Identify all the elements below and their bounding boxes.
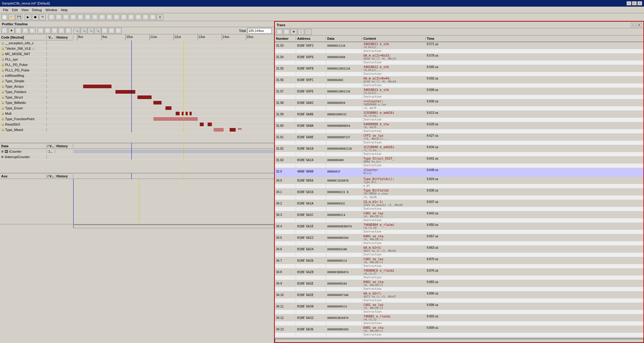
toolbar-b12[interactable]: ⬜ — [128, 14, 134, 20]
toolbar-b5[interactable]: ⬜ — [77, 14, 84, 20]
td-content: Type_Bitfields(); Type_Bit... — [362, 177, 426, 184]
prof-tb-b3[interactable]: ⬜ — [15, 28, 22, 34]
data-section-hist: History — [55, 144, 73, 148]
td-data: 00000011134 — [326, 42, 362, 49]
td-content: UA.m_a[2]=0x33; 4830 se_li r0, #0x33 — [362, 54, 426, 61]
td-address: 0100`6A22 — [296, 234, 326, 241]
prof-tb-b11[interactable]: ⬜ — [101, 28, 108, 34]
trace-row: 31.57 0100`69FE 00000013001134 34010013 … — [275, 88, 643, 99]
td-address: 0100`6A16 — [296, 189, 326, 195]
trace-tb-filter[interactable]: ▼ — [291, 29, 297, 35]
toolbar-run[interactable]: ▶ — [25, 14, 31, 20]
toolbar-b2[interactable]: ⬜ — [55, 14, 62, 20]
prof-tb-b8[interactable]: ⬜ — [51, 28, 58, 34]
td-time: 9.883 us — [426, 280, 643, 287]
toolbar-b7[interactable]: ⬜ — [92, 14, 98, 20]
td-address: 0100`6A2E — [296, 280, 326, 287]
menu-edit[interactable]: Edit — [10, 8, 20, 12]
trace-row: 34.9 0100`6A2E 000000000104 D401 se_stw … — [275, 280, 643, 292]
menu-debug[interactable]: Debug — [30, 8, 43, 12]
td-number: 31.58 — [275, 99, 296, 106]
lock-icon: 🔒 — [1, 42, 5, 45]
ruler-12us: 12us — [174, 34, 181, 40]
td-number: 34.0 — [275, 177, 296, 184]
toolbar-new[interactable]: 📄 — [1, 14, 8, 20]
menu-view[interactable]: View — [20, 8, 30, 12]
td-address: 0100`6A1C — [296, 211, 326, 218]
td-address: 0100`6A26 — [296, 257, 326, 264]
prof-tb-zoom-sel[interactable]: 🔍 — [94, 28, 101, 34]
prof-tb-b7[interactable]: ⬜ — [44, 28, 51, 34]
trace-tb-b1[interactable]: ⬜ — [276, 29, 283, 35]
prof-tb-b6[interactable]: ⬜ — [37, 28, 44, 34]
td-data: 0000000001C4 — [326, 257, 362, 264]
prof-tb-b2[interactable]: ▼ — [8, 28, 15, 34]
trace-close-button[interactable]: × — [637, 23, 642, 27]
trace-tb-b4[interactable]: ↑ — [305, 29, 312, 35]
trace-tb-b3[interactable]: ↓ — [298, 29, 304, 35]
trace-minimize[interactable]: − — [631, 23, 636, 27]
toolbar-info[interactable]: ℹ — [157, 14, 163, 20]
th-content: Content — [362, 37, 426, 40]
code-row-type-bitfields: 🔒Type_Bitfields — [0, 100, 274, 105]
prof-tb-b5[interactable]: ⬜ — [29, 28, 36, 34]
menu-window[interactable]: Window — [44, 8, 59, 12]
minimize-button[interactable]: − — [627, 1, 631, 5]
toolbar-b14[interactable]: ⬜ — [142, 14, 149, 20]
toolbar-b15[interactable]: ⬜ — [149, 14, 156, 20]
menu-file[interactable]: File — [1, 8, 10, 12]
profiler-toolbar: ⬜ ▼ ⬜ ⬜ ⬜ ⬜ ⬜ ⬜ ⬜ ⬜ 🔍 🔍 🔍 🔍 ⬜ ⬜ ⬜ Total … — [0, 27, 274, 34]
td-number: 32.0 — [275, 168, 296, 175]
toolbar-step[interactable]: ↷ — [39, 14, 46, 20]
menu-help[interactable]: Help — [59, 8, 70, 12]
data-section-v: / V... — [47, 144, 55, 148]
td-data: 0000000000104 — [326, 326, 362, 333]
toolbar-b8[interactable]: ⬜ — [99, 14, 105, 20]
ruler-10us: 10us — [125, 34, 133, 40]
toolbar-stop[interactable]: ⏹ — [32, 14, 39, 20]
toolbar-b11[interactable]: ⬜ — [121, 14, 127, 20]
td-address: 0100`6A1A — [296, 200, 326, 207]
td-content: 34010013 e_stb r0,0x13(... — [362, 88, 426, 95]
td-data: 00000C8D86074 — [326, 269, 362, 276]
trace-tb-b2[interactable]: ⬜ — [283, 29, 290, 35]
toolbar-open[interactable]: 📂 — [8, 14, 15, 20]
trace-bottom-scrollbar[interactable] — [275, 338, 643, 342]
prof-tb-zoom-out[interactable]: 🔍 — [80, 28, 87, 34]
toolbar-save[interactable]: 💾 — [16, 14, 22, 20]
toolbar-b1[interactable]: ⬜ — [48, 14, 55, 20]
td-data: 0000052B16074 — [326, 314, 362, 321]
toolbar-b13[interactable]: ⬜ — [135, 14, 142, 20]
td-address: 0100`6A2E — [296, 292, 326, 298]
td-time: 9.876 us — [426, 269, 643, 276]
maximize-button[interactable]: □ — [632, 1, 637, 5]
trace-row: 34.0 0100`6856 00000C1010078 Type_Bitfie… — [275, 177, 643, 189]
toolbar-b3[interactable]: ⬜ — [63, 14, 69, 20]
prof-tb-b1[interactable]: ⬜ — [1, 28, 8, 34]
bottom-scrollbar[interactable] — [0, 224, 274, 228]
ruler-11us: 11us — [149, 34, 157, 40]
trace-table[interactable]: Number Address Data Content Time 31.53 0… — [275, 36, 643, 338]
prof-tb-b10[interactable]: ⬜ — [65, 28, 72, 34]
td-number: 34.11 — [275, 303, 296, 310]
trace-row: 31.63 0100`6A14 0000000400 Type_Struct_E… — [275, 157, 643, 168]
trace-row: 34.2 0100`6A1A 0000000032C CA.m_b1=-1; 2… — [275, 200, 643, 211]
td-address: 0100`6A14 — [296, 157, 326, 164]
prof-tb-b9[interactable]: ⬜ — [58, 28, 65, 34]
prof-tb-b13[interactable]: ⬜ — [115, 28, 122, 34]
td-number: 34.2 — [275, 200, 296, 207]
trace-row: 34.8 0100`6A28 00000C8D86074 7460D8C8 e_… — [275, 269, 643, 280]
toolbar-b10[interactable]: ⬜ — [113, 14, 120, 20]
prof-tb-zoom-in[interactable]: 🔍 — [74, 28, 80, 34]
td-content: D401 se_stw r0, #0x10(r1 — [362, 280, 426, 287]
prof-tb-b4[interactable]: ⬜ — [22, 28, 29, 34]
td-time: 9.571 us — [426, 42, 643, 49]
toolbar-b6[interactable]: ⬜ — [84, 14, 91, 20]
prof-tb-b12[interactable]: ⬜ — [108, 28, 115, 34]
close-button[interactable]: × — [637, 1, 642, 5]
td-address: 0100`6A1E — [296, 223, 326, 230]
toolbar-b4[interactable]: ⬜ — [70, 14, 77, 20]
toolbar-b9[interactable]: ⬜ — [106, 14, 113, 20]
trace-row: 31.61 0100`6A0E 0000000000F1CF CFFI se_l… — [275, 134, 643, 145]
prof-tb-zoom-fit[interactable]: 🔍 — [87, 28, 94, 34]
